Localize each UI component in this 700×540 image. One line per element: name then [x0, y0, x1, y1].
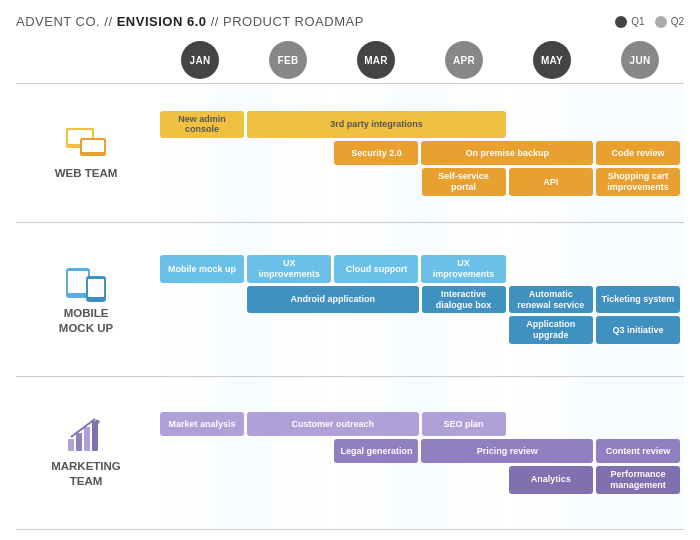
- task-ticketing: Ticketing system: [596, 286, 680, 314]
- web-team-label: WEB TEAM: [16, 84, 156, 222]
- mobile-row-2: Android application Interactive dialogue…: [160, 286, 680, 314]
- web-team-icon: [64, 126, 108, 162]
- svg-rect-3: [82, 140, 104, 152]
- marketing-row-2: Legal generation Pricing review Content …: [160, 439, 680, 463]
- task-cloud: Cloud support: [334, 255, 418, 283]
- task-market-analysis: Market analysis: [160, 412, 244, 436]
- legend-q2: Q2: [655, 16, 684, 28]
- product-name: ENVISION 6.0: [117, 14, 207, 29]
- marketing-name: MARKETINGTEAM: [51, 459, 121, 489]
- task-pricing: Pricing review: [421, 439, 592, 463]
- q1-label: Q1: [631, 16, 644, 27]
- svg-rect-8: [68, 439, 74, 451]
- mobile-label: MOBILEMOCK UP: [16, 223, 156, 375]
- task-ux1: UX improvements: [247, 255, 331, 283]
- legend-q1: Q1: [615, 16, 644, 28]
- task-app-upgrade: Application upgrade: [509, 316, 593, 344]
- web-team-section: WEB TEAM New admin console 3rd party int…: [16, 83, 684, 222]
- task-api: API: [509, 168, 593, 196]
- task-3rd-party: 3rd party integrations: [247, 111, 506, 139]
- web-row-3: Self-service portal API Shopping cart im…: [160, 168, 680, 196]
- mobile-section: MOBILEMOCK UP Mobile mock up UX improvem…: [16, 222, 684, 375]
- task-code-review: Code review: [596, 141, 680, 165]
- web-row-2: Security 2.0 On premise backup Code revi…: [160, 141, 680, 165]
- task-q3: Q3 initiative: [596, 316, 680, 344]
- task-shopping-cart: Shopping cart improvements: [596, 168, 680, 196]
- mobile-timeline: Mobile mock up UX improvements Cloud sup…: [156, 223, 684, 375]
- task-self-service: Self-service portal: [422, 168, 506, 196]
- company-name: ADVENT CO.: [16, 14, 100, 29]
- page: ADVENT CO. // ENVISION 6.0 // PRODUCT RO…: [0, 0, 700, 540]
- task-mobile-mockup: Mobile mock up: [160, 255, 244, 283]
- month-jan: JAN: [156, 37, 244, 83]
- marketing-section: MARKETINGTEAM Market analysis Customer o…: [16, 376, 684, 530]
- marketing-row-1: Market analysis Customer outreach SEO pl…: [160, 412, 680, 436]
- month-header-row: JAN FEB MAR APR MAY JUN: [16, 37, 684, 83]
- svg-rect-9: [76, 433, 82, 451]
- task-dialogue: Interactive dialogue box: [422, 286, 506, 314]
- month-badge-jan: JAN: [181, 41, 219, 79]
- month-badge-apr: APR: [445, 41, 483, 79]
- task-seo: SEO plan: [422, 412, 506, 436]
- task-android: Android application: [247, 286, 418, 314]
- month-jun: JUN: [596, 37, 684, 83]
- month-apr: APR: [420, 37, 508, 83]
- mobile-name: MOBILEMOCK UP: [59, 306, 113, 336]
- roadmap-grid: JAN FEB MAR APR MAY JUN: [16, 37, 684, 530]
- marketing-timeline: Market analysis Customer outreach SEO pl…: [156, 377, 684, 529]
- task-performance: Performance management: [596, 466, 680, 494]
- header-title: ADVENT CO. // ENVISION 6.0 // PRODUCT RO…: [16, 14, 364, 29]
- task-backup: On premise backup: [421, 141, 592, 165]
- month-feb: FEB: [244, 37, 332, 83]
- task-content: Content review: [596, 439, 680, 463]
- legend: Q1 Q2: [615, 16, 684, 28]
- mobile-icon: [64, 264, 108, 302]
- web-team-name: WEB TEAM: [55, 166, 118, 181]
- empty-header-cell: [16, 37, 156, 83]
- task-new-admin: New admin console: [160, 111, 244, 139]
- task-analytics: Analytics: [509, 466, 593, 494]
- month-badge-mar: MAR: [357, 41, 395, 79]
- header: ADVENT CO. // ENVISION 6.0 // PRODUCT RO…: [16, 14, 684, 29]
- q2-label: Q2: [671, 16, 684, 27]
- task-legal: Legal generation: [334, 439, 418, 463]
- month-badge-may: MAY: [533, 41, 571, 79]
- task-renewal: Automatic renewal service: [509, 286, 593, 314]
- task-ux2: UX improvements: [421, 255, 505, 283]
- web-row-1: New admin console 3rd party integrations: [160, 111, 680, 139]
- web-team-timeline: New admin console 3rd party integrations…: [156, 84, 684, 222]
- q2-dot: [655, 16, 667, 28]
- svg-rect-5: [68, 271, 88, 293]
- task-customer-outreach: Customer outreach: [247, 412, 418, 436]
- mobile-row-3: Application upgrade Q3 initiative: [160, 316, 680, 344]
- marketing-row-3: Analytics Performance management: [160, 466, 680, 494]
- q1-dot: [615, 16, 627, 28]
- svg-rect-11: [92, 421, 98, 451]
- marketing-icon: [64, 417, 108, 455]
- marketing-label: MARKETINGTEAM: [16, 377, 156, 529]
- month-badge-jun: JUN: [621, 41, 659, 79]
- subtitle: PRODUCT ROADMAP: [223, 14, 364, 29]
- task-security: Security 2.0: [334, 141, 418, 165]
- svg-rect-10: [84, 427, 90, 451]
- month-badge-feb: FEB: [269, 41, 307, 79]
- month-mar: MAR: [332, 37, 420, 83]
- mobile-row-1: Mobile mock up UX improvements Cloud sup…: [160, 255, 680, 283]
- month-may: MAY: [508, 37, 596, 83]
- svg-rect-7: [88, 279, 104, 297]
